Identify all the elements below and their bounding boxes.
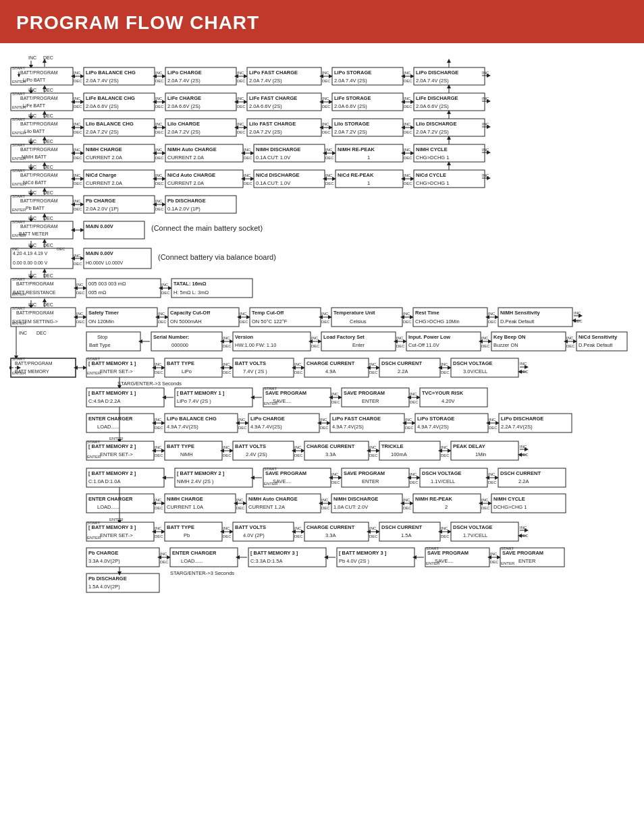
svg-text:INC: INC [331, 392, 339, 396]
svg-text:INC: INC [404, 71, 411, 75]
svg-text:BATT/PROGRAM: BATT/PROGRAM [16, 310, 54, 315]
svg-text:INC: INC [155, 96, 163, 101]
svg-text:INC: INC [237, 122, 244, 126]
svg-text:Lilo BATT: Lilo BATT [24, 129, 45, 134]
svg-text:C:1.0A  D:1.0A: C:1.0A D:1.0A [88, 478, 121, 484]
svg-text:DEC: DEC [410, 480, 419, 484]
svg-text:DSCH VOLTAGE: DSCH VOLTAGE [453, 524, 492, 530]
svg-text:[ BATT MEMORY  1 ]: [ BATT MEMORY 1 ] [88, 360, 136, 366]
svg-text:Serial Number:: Serial Number: [153, 334, 189, 340]
svg-text:TATAL: 16mΩ: TATAL: 16mΩ [173, 281, 207, 287]
svg-text:Temperature  Unit: Temperature Unit [333, 310, 375, 316]
svg-text:DEC: DEC [441, 453, 450, 457]
svg-text:INC: INC [369, 526, 377, 530]
svg-text:INC: INC [294, 526, 302, 530]
svg-text:DEC: DEC [155, 506, 163, 510]
svg-text:Safety Timer: Safety Timer [88, 310, 119, 316]
svg-text:[ BATT MEMORY 1 ]: [ BATT MEMORY 1 ] [88, 390, 136, 396]
svg-text:START: START [12, 277, 25, 281]
svg-text:D.Peak    Default: D.Peak Default [500, 318, 535, 325]
svg-text:1: 1 [367, 155, 370, 161]
svg-text:DEC: DEC [488, 480, 497, 484]
page-header: PROGRAM FLOW CHART [0, 0, 644, 43]
svg-text:[ BATT MEMORY 2 ]: [ BATT MEMORY 2 ] [88, 470, 136, 476]
svg-text:BATT/PROGRAM: BATT/PROGRAM [20, 173, 58, 177]
svg-text:INC: INC [320, 418, 327, 422]
svg-text:INC: INC [396, 336, 404, 340]
svg-text:START: START [264, 467, 277, 471]
svg-text:Pb  4.0V (2S ): Pb 4.0V (2S ) [339, 558, 370, 564]
svg-text:2: 2 [445, 504, 448, 510]
svg-text:DEC: DEC [404, 79, 412, 83]
svg-text:NiMH CYCLE: NiMH CYCLE [493, 496, 525, 502]
svg-text:DEC: DEC [566, 344, 575, 348]
svg-text:INC: INC [155, 199, 163, 203]
svg-text:LiFe FAST CHARGE: LiFe FAST CHARGE [249, 95, 297, 101]
svg-text:BATT VOLTS: BATT VOLTS [235, 443, 266, 449]
svg-text:ENTER: ENTER [518, 558, 536, 564]
svg-text:(Connect the main battery sock: (Connect the main battery socket) [151, 224, 263, 232]
svg-text:000000: 000000 [171, 342, 188, 348]
svg-text:DEC: DEC [36, 331, 47, 335]
svg-text:1.0A    CUT: 2.0V: 1.0A CUT: 2.0V [333, 504, 368, 510]
svg-text:1.1V/CELL: 1.1V/CELL [431, 478, 455, 484]
svg-text:[ BATT MEMORY  2 ]: [ BATT MEMORY 2 ] [88, 443, 136, 449]
svg-text:005  003  003  mΩ: 005 003 003 mΩ [88, 281, 126, 287]
svg-text:Pb: Pb [184, 532, 190, 538]
svg-text:DCHG>CHG    1: DCHG>CHG 1 [493, 504, 527, 510]
svg-text:ENTER: ENTER [362, 398, 379, 404]
svg-text:START: START [12, 92, 25, 96]
svg-text:[ BATT MEMORY 3 ]: [ BATT MEMORY 3 ] [339, 550, 387, 556]
svg-text:INC: INC [482, 71, 489, 75]
svg-text:NiMH Auto CHARGE: NiMH Auto CHARGE [248, 496, 298, 502]
svg-text:SAVE PROGRAM: SAVE PROGRAM [265, 470, 306, 476]
svg-text:NiCd Auto CHARGE: NiCd Auto CHARGE [167, 172, 215, 178]
svg-text:ENTER: ENTER [12, 233, 26, 237]
svg-text:LOAD......: LOAD...... [181, 558, 203, 564]
svg-text:DEC: DEC [155, 130, 164, 134]
svg-text:INC: INC [28, 88, 36, 92]
svg-text:4.9A: 4.9A [325, 368, 336, 374]
svg-text:NiCd CYCLE: NiCd CYCLE [416, 172, 446, 178]
svg-text:4.20V: 4.20V [441, 398, 455, 404]
svg-text:DSCH VOLTAGE: DSCH VOLTAGE [453, 360, 492, 366]
svg-text:3.3A: 3.3A [325, 451, 336, 457]
svg-text:LiPo STORAGE: LiPo STORAGE [417, 416, 454, 422]
svg-text:DEC: DEC [294, 453, 303, 457]
svg-text:DEC: DEC [155, 370, 163, 374]
svg-text:ENTER: ENTER [87, 455, 101, 459]
svg-text:LiFe DISCHARGE: LiFe DISCHARGE [416, 95, 458, 101]
svg-text:BATT/PROGRAM: BATT/PROGRAM [15, 361, 53, 366]
svg-text:ENTER: ENTER [12, 182, 26, 186]
svg-text:INC: INC [76, 283, 84, 287]
svg-text:Load  Factory  Set: Load Factory Set [323, 334, 365, 340]
svg-text:DEC: DEC [403, 506, 412, 510]
svg-text:INC: INC [155, 418, 162, 422]
svg-text:DEC: DEC [57, 247, 65, 251]
svg-text:2.2A: 2.2A [518, 478, 529, 484]
svg-text:CURRENT   2.0A: CURRENT 2.0A [167, 180, 204, 186]
svg-text:START: START [12, 220, 25, 224]
svg-text:DEC: DEC [325, 156, 334, 160]
svg-text:INC: INC [74, 71, 81, 75]
svg-text:LiPo CHARGE: LiPo CHARGE [167, 69, 202, 76]
svg-text:INC: INC [240, 312, 247, 316]
main-content: INC DEC BATT/PROGRAM LiPo BATT START ENT… [0, 43, 644, 839]
svg-text:NiMH CHARGE: NiMH CHARGE [167, 496, 203, 502]
svg-text:START: START [87, 440, 100, 444]
svg-text:INC: INC [520, 526, 527, 530]
svg-text:INC: INC [520, 445, 527, 449]
svg-text:LiPo FAST CHARGE: LiPo FAST CHARGE [249, 69, 298, 76]
svg-text:Enter: Enter [352, 342, 365, 348]
svg-text:LiFe CHARGE: LiFe CHARGE [167, 95, 201, 101]
svg-text:DEC: DEC [155, 207, 164, 211]
svg-text:DEC: DEC [294, 370, 303, 374]
svg-text:Stop: Stop [97, 334, 107, 340]
svg-text:CHARGE CURRENT: CHARGE CURRENT [306, 360, 355, 366]
svg-text:INC: INC [28, 165, 36, 169]
svg-text:3.0V/CELL: 3.0V/CELL [463, 368, 487, 374]
svg-text:Capacity Cut-Off: Capacity Cut-Off [170, 310, 211, 316]
svg-text:CHARGE CURRENT: CHARGE CURRENT [306, 443, 355, 449]
svg-text:2.0A   7.2V (2S): 2.0A 7.2V (2S) [249, 129, 282, 135]
svg-text:CHG>DCHG  10Min: CHG>DCHG 10Min [415, 318, 460, 325]
